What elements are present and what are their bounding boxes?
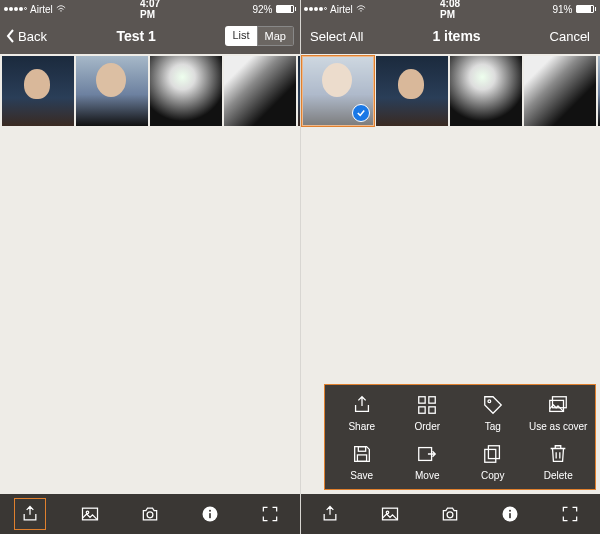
- thumbnail-strip: [300, 54, 600, 128]
- opt-label: Use as cover: [529, 421, 587, 432]
- camera-button[interactable]: [434, 498, 466, 530]
- battery-pct: 92%: [253, 4, 273, 15]
- thumbnail[interactable]: [376, 56, 448, 126]
- screen-divider: [300, 0, 301, 534]
- grid-icon: [413, 393, 441, 417]
- info-button[interactable]: [194, 498, 226, 530]
- content-area: [0, 128, 300, 494]
- svg-rect-23: [509, 513, 511, 518]
- order-option[interactable]: Order: [395, 393, 461, 432]
- camera-button[interactable]: [134, 498, 166, 530]
- nav-bar: Back Test 1 List Map: [0, 18, 300, 54]
- thumbnail[interactable]: [76, 56, 148, 126]
- selection-count: 1 items: [367, 28, 545, 44]
- share-icon: [348, 393, 376, 417]
- svg-rect-16: [488, 446, 499, 459]
- svg-point-4: [209, 510, 211, 512]
- svg-rect-14: [357, 455, 366, 461]
- svg-rect-8: [419, 407, 425, 413]
- svg-rect-6: [419, 397, 425, 403]
- tag-option[interactable]: Tag: [460, 393, 526, 432]
- signal-dots-icon: [304, 7, 327, 11]
- fullscreen-button[interactable]: [254, 498, 286, 530]
- share-option[interactable]: Share: [329, 393, 395, 432]
- cancel-button[interactable]: Cancel: [546, 29, 594, 44]
- back-button[interactable]: Back: [6, 29, 47, 44]
- move-option[interactable]: Move: [395, 442, 461, 481]
- trash-icon: [544, 442, 572, 466]
- images-icon: [544, 393, 572, 417]
- screen-right: Airtel 4:08 PM 91% Select All 1 items Ca…: [300, 0, 600, 534]
- opt-label: Tag: [485, 421, 501, 432]
- nav-title: Test 1: [47, 28, 226, 44]
- svg-rect-13: [358, 447, 365, 452]
- battery-pct: 91%: [553, 4, 573, 15]
- copy-option[interactable]: Copy: [460, 442, 526, 481]
- opt-label: Order: [414, 421, 440, 432]
- svg-rect-9: [429, 407, 435, 413]
- nav-bar: Select All 1 items Cancel: [300, 18, 600, 54]
- tag-icon: [479, 393, 507, 417]
- wifi-icon: [356, 4, 366, 15]
- image-button[interactable]: [374, 498, 406, 530]
- status-bar: Airtel 4:08 PM 91%: [300, 0, 600, 18]
- wifi-icon: [56, 4, 66, 15]
- status-time: 4:07 PM: [140, 0, 160, 20]
- thumbnail[interactable]: [2, 56, 74, 126]
- svg-rect-5: [209, 513, 211, 518]
- battery-icon: [576, 5, 597, 13]
- content-area: Share Order Tag Use as cover Save: [300, 128, 600, 494]
- thumbnail-strip: [0, 54, 300, 128]
- svg-point-10: [488, 400, 491, 403]
- seg-map[interactable]: Map: [257, 26, 294, 46]
- battery-icon: [276, 5, 297, 13]
- svg-rect-17: [485, 449, 496, 462]
- save-icon: [348, 442, 376, 466]
- checkmark-icon: [352, 104, 370, 122]
- cover-option[interactable]: Use as cover: [526, 393, 592, 432]
- svg-point-22: [509, 510, 511, 512]
- copy-icon: [479, 442, 507, 466]
- bottom-toolbar: [300, 494, 600, 534]
- opt-label: Delete: [544, 470, 573, 481]
- signal-dots-icon: [4, 7, 27, 11]
- share-button[interactable]: [14, 498, 46, 530]
- bottom-toolbar: [0, 494, 300, 534]
- screen-left: Airtel 4:07 PM 92% Back Test 1 List: [0, 0, 300, 534]
- view-toggle[interactable]: List Map: [225, 26, 294, 46]
- thumbnail[interactable]: [450, 56, 522, 126]
- save-option[interactable]: Save: [329, 442, 395, 481]
- svg-point-2: [147, 512, 153, 518]
- delete-option[interactable]: Delete: [526, 442, 592, 481]
- thumbnail-selected[interactable]: [302, 56, 374, 126]
- status-time: 4:08 PM: [440, 0, 460, 20]
- opt-label: Share: [348, 421, 375, 432]
- thumbnail[interactable]: [524, 56, 596, 126]
- seg-list[interactable]: List: [225, 26, 256, 46]
- thumbnail[interactable]: [150, 56, 222, 126]
- back-label: Back: [18, 29, 47, 44]
- opt-label: Copy: [481, 470, 504, 481]
- fullscreen-button[interactable]: [554, 498, 586, 530]
- move-icon: [413, 442, 441, 466]
- share-button[interactable]: [314, 498, 346, 530]
- image-button[interactable]: [74, 498, 106, 530]
- select-all-button[interactable]: Select All: [306, 29, 367, 44]
- info-button[interactable]: [494, 498, 526, 530]
- opt-label: Save: [350, 470, 373, 481]
- carrier-label: Airtel: [330, 4, 353, 15]
- svg-rect-7: [429, 397, 435, 403]
- thumbnail[interactable]: [224, 56, 296, 126]
- status-bar: Airtel 4:07 PM 92%: [0, 0, 300, 18]
- action-sheet: Share Order Tag Use as cover Save: [324, 384, 596, 490]
- carrier-label: Airtel: [30, 4, 53, 15]
- svg-point-20: [447, 512, 453, 518]
- opt-label: Move: [415, 470, 439, 481]
